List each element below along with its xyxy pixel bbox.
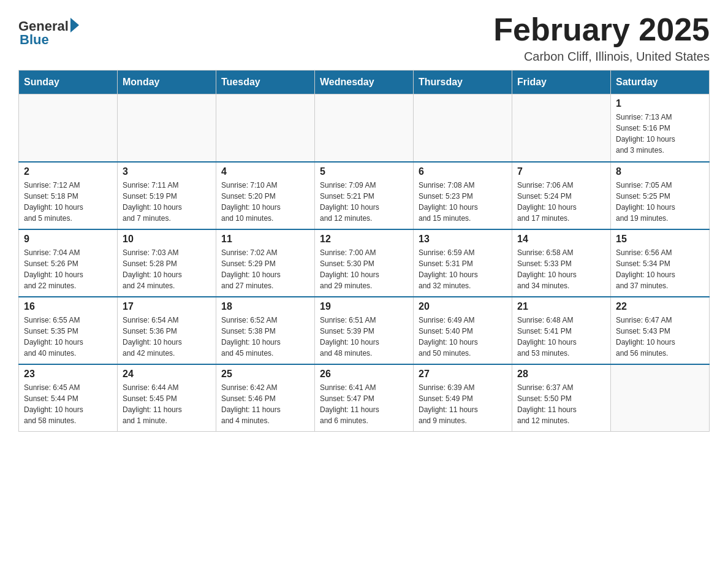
day-info: Sunrise: 7:09 AMSunset: 5:21 PMDaylight:… — [320, 180, 408, 224]
calendar-cell: 25Sunrise: 6:42 AMSunset: 5:46 PMDayligh… — [216, 364, 315, 432]
day-info: Sunrise: 6:59 AMSunset: 5:31 PMDaylight:… — [419, 247, 507, 291]
calendar-cell: 27Sunrise: 6:39 AMSunset: 5:49 PMDayligh… — [414, 364, 512, 432]
day-info: Sunrise: 6:52 AMSunset: 5:38 PMDaylight:… — [221, 315, 309, 359]
calendar-cell: 6Sunrise: 7:08 AMSunset: 5:23 PMDaylight… — [414, 162, 512, 229]
calendar-cell: 11Sunrise: 7:02 AMSunset: 5:29 PMDayligh… — [216, 229, 315, 297]
calendar-cell: 12Sunrise: 7:00 AMSunset: 5:30 PMDayligh… — [315, 229, 414, 297]
calendar-cell: 9Sunrise: 7:04 AMSunset: 5:26 PMDaylight… — [19, 229, 118, 297]
calendar-cell: 22Sunrise: 6:47 AMSunset: 5:43 PMDayligh… — [611, 297, 710, 364]
day-number: 17 — [123, 301, 211, 312]
day-number: 15 — [616, 234, 704, 245]
calendar-cell — [414, 94, 512, 162]
calendar-cell: 24Sunrise: 6:44 AMSunset: 5:45 PMDayligh… — [118, 364, 216, 432]
day-number: 14 — [517, 234, 605, 245]
month-title: February 2025 — [493, 12, 710, 47]
day-number: 28 — [517, 369, 605, 380]
day-info: Sunrise: 6:55 AMSunset: 5:35 PMDaylight:… — [24, 315, 112, 359]
day-number: 25 — [221, 369, 309, 380]
calendar-header-saturday: Saturday — [611, 71, 710, 94]
day-info: Sunrise: 6:47 AMSunset: 5:43 PMDaylight:… — [616, 315, 704, 359]
calendar-cell: 19Sunrise: 6:51 AMSunset: 5:39 PMDayligh… — [315, 297, 414, 364]
day-number: 16 — [24, 301, 112, 312]
day-info: Sunrise: 7:04 AMSunset: 5:26 PMDaylight:… — [24, 247, 112, 291]
day-info: Sunrise: 7:08 AMSunset: 5:23 PMDaylight:… — [419, 180, 507, 224]
day-number: 12 — [320, 234, 408, 245]
day-number: 22 — [616, 301, 704, 312]
calendar-cell — [512, 94, 611, 162]
logo-arrow-icon — [70, 18, 79, 33]
calendar-cell — [315, 94, 414, 162]
calendar-cell — [216, 94, 315, 162]
calendar-week-row: 1Sunrise: 7:13 AMSunset: 5:16 PMDaylight… — [19, 94, 710, 162]
calendar-cell: 3Sunrise: 7:11 AMSunset: 5:19 PMDaylight… — [118, 162, 216, 229]
day-number: 8 — [616, 166, 704, 177]
day-info: Sunrise: 6:44 AMSunset: 5:45 PMDaylight:… — [123, 382, 211, 426]
calendar-cell — [611, 364, 710, 432]
day-number: 19 — [320, 301, 408, 312]
day-number: 13 — [419, 234, 507, 245]
day-info: Sunrise: 7:00 AMSunset: 5:30 PMDaylight:… — [320, 247, 408, 291]
calendar-cell: 13Sunrise: 6:59 AMSunset: 5:31 PMDayligh… — [414, 229, 512, 297]
day-info: Sunrise: 6:54 AMSunset: 5:36 PMDaylight:… — [123, 315, 211, 359]
day-number: 6 — [419, 166, 507, 177]
day-info: Sunrise: 7:03 AMSunset: 5:28 PMDaylight:… — [123, 247, 211, 291]
day-number: 9 — [24, 234, 112, 245]
day-info: Sunrise: 7:11 AMSunset: 5:19 PMDaylight:… — [123, 180, 211, 224]
day-info: Sunrise: 7:05 AMSunset: 5:25 PMDaylight:… — [616, 180, 704, 224]
calendar-cell — [118, 94, 216, 162]
day-info: Sunrise: 6:45 AMSunset: 5:44 PMDaylight:… — [24, 382, 112, 426]
day-number: 5 — [320, 166, 408, 177]
day-number: 7 — [517, 166, 605, 177]
day-info: Sunrise: 6:39 AMSunset: 5:49 PMDaylight:… — [419, 382, 507, 426]
day-info: Sunrise: 6:51 AMSunset: 5:39 PMDaylight:… — [320, 315, 408, 359]
day-info: Sunrise: 6:48 AMSunset: 5:41 PMDaylight:… — [517, 315, 605, 359]
calendar-cell: 17Sunrise: 6:54 AMSunset: 5:36 PMDayligh… — [118, 297, 216, 364]
calendar-header-wednesday: Wednesday — [315, 71, 414, 94]
day-number: 1 — [616, 98, 704, 109]
calendar-header-sunday: Sunday — [19, 71, 118, 94]
day-number: 20 — [419, 301, 507, 312]
day-info: Sunrise: 7:10 AMSunset: 5:20 PMDaylight:… — [221, 180, 309, 224]
calendar-header-thursday: Thursday — [414, 71, 512, 94]
day-number: 23 — [24, 369, 112, 380]
calendar-header-row: SundayMondayTuesdayWednesdayThursdayFrid… — [19, 71, 710, 94]
calendar-week-row: 23Sunrise: 6:45 AMSunset: 5:44 PMDayligh… — [19, 364, 710, 432]
calendar-week-row: 16Sunrise: 6:55 AMSunset: 5:35 PMDayligh… — [19, 297, 710, 364]
day-number: 2 — [24, 166, 112, 177]
day-info: Sunrise: 7:02 AMSunset: 5:29 PMDaylight:… — [221, 247, 309, 291]
title-block: February 2025 Carbon Cliff, Illinois, Un… — [493, 12, 710, 64]
day-number: 3 — [123, 166, 211, 177]
day-number: 4 — [221, 166, 309, 177]
calendar-table: SundayMondayTuesdayWednesdayThursdayFrid… — [18, 70, 710, 432]
day-number: 18 — [221, 301, 309, 312]
calendar-cell: 7Sunrise: 7:06 AMSunset: 5:24 PMDaylight… — [512, 162, 611, 229]
calendar-cell: 8Sunrise: 7:05 AMSunset: 5:25 PMDaylight… — [611, 162, 710, 229]
calendar-week-row: 9Sunrise: 7:04 AMSunset: 5:26 PMDaylight… — [19, 229, 710, 297]
day-number: 10 — [123, 234, 211, 245]
calendar-header-friday: Friday — [512, 71, 611, 94]
day-number: 11 — [221, 234, 309, 245]
calendar-cell: 15Sunrise: 6:56 AMSunset: 5:34 PMDayligh… — [611, 229, 710, 297]
calendar-cell: 20Sunrise: 6:49 AMSunset: 5:40 PMDayligh… — [414, 297, 512, 364]
location-subtitle: Carbon Cliff, Illinois, United States — [493, 50, 710, 64]
day-info: Sunrise: 6:37 AMSunset: 5:50 PMDaylight:… — [517, 382, 605, 426]
calendar-cell: 1Sunrise: 7:13 AMSunset: 5:16 PMDaylight… — [611, 94, 710, 162]
calendar-header-monday: Monday — [118, 71, 216, 94]
logo-blue-text: Blue — [20, 32, 49, 48]
day-info: Sunrise: 6:56 AMSunset: 5:34 PMDaylight:… — [616, 247, 704, 291]
day-number: 21 — [517, 301, 605, 312]
day-number: 27 — [419, 369, 507, 380]
day-info: Sunrise: 7:06 AMSunset: 5:24 PMDaylight:… — [517, 180, 605, 224]
page-header: General Blue February 2025 Carbon Cliff,… — [18, 12, 710, 64]
calendar-cell: 10Sunrise: 7:03 AMSunset: 5:28 PMDayligh… — [118, 229, 216, 297]
day-number: 24 — [123, 369, 211, 380]
calendar-cell — [19, 94, 118, 162]
day-info: Sunrise: 6:41 AMSunset: 5:47 PMDaylight:… — [320, 382, 408, 426]
logo: General Blue — [18, 18, 79, 48]
calendar-cell: 4Sunrise: 7:10 AMSunset: 5:20 PMDaylight… — [216, 162, 315, 229]
calendar-cell: 2Sunrise: 7:12 AMSunset: 5:18 PMDaylight… — [19, 162, 118, 229]
day-info: Sunrise: 7:13 AMSunset: 5:16 PMDaylight:… — [616, 112, 704, 156]
calendar-week-row: 2Sunrise: 7:12 AMSunset: 5:18 PMDaylight… — [19, 162, 710, 229]
calendar-header-tuesday: Tuesday — [216, 71, 315, 94]
day-number: 26 — [320, 369, 408, 380]
